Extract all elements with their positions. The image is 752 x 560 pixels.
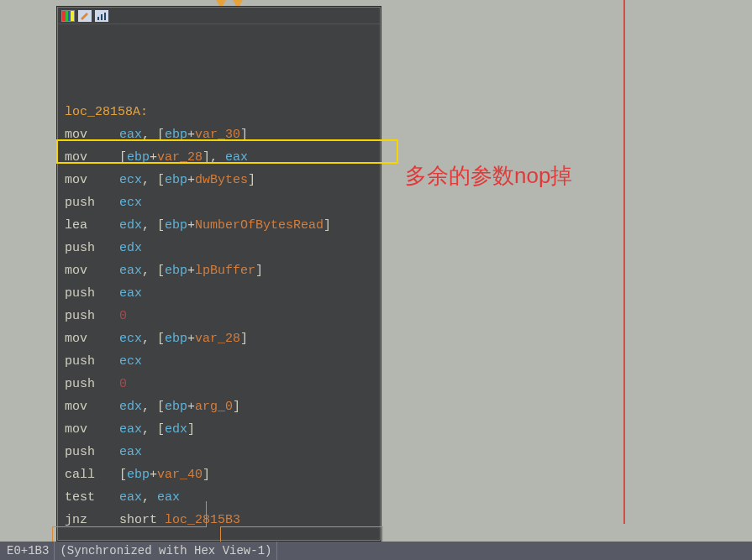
- asm-args: eax, [edx]: [119, 418, 373, 441]
- asm-op: mov: [65, 327, 119, 350]
- asm-args: ecx: [119, 350, 373, 373]
- asm-op: mov: [65, 418, 119, 441]
- disasm-body[interactable]: loc_28158A:moveax, [ebp+var_30]mov[ebp+v…: [58, 24, 380, 540]
- asm-line[interactable]: pusheax: [65, 282, 373, 305]
- asm-op: push: [65, 282, 119, 305]
- asm-args: short loc_2815B3: [119, 509, 373, 531]
- flow-edge-orange: [206, 501, 207, 526]
- flow-edge-red: [623, 0, 625, 524]
- asm-args: edx, [ebp+arg_0]: [119, 395, 373, 418]
- asm-line[interactable]: movecx, [ebp+dwBytes]: [65, 169, 373, 191]
- status-sync: (Synchronized with Hex View-1): [55, 542, 277, 560]
- asm-args: ecx, [ebp+dwBytes]: [119, 169, 373, 191]
- svg-rect-3: [68, 11, 71, 21]
- asm-args: ecx: [119, 191, 373, 214]
- asm-args: 0: [119, 305, 373, 327]
- asm-op: push: [65, 441, 119, 463]
- flow-edge-orange: [220, 526, 383, 527]
- asm-args: [ebp+var_40]: [119, 463, 373, 486]
- flow-edge-orange: [382, 526, 383, 542]
- asm-line[interactable]: moveax, [ebp+lpBuffer]: [65, 259, 373, 282]
- asm-line[interactable]: movecx, [ebp+var_28]: [65, 327, 373, 350]
- asm-line[interactable]: call[ebp+var_40]: [65, 463, 373, 486]
- asm-line[interactable]: leaedx, [ebp+NumberOfBytesRead]: [65, 214, 373, 237]
- asm-line[interactable]: mov[ebp+var_28], eax: [65, 146, 373, 169]
- disasm-node[interactable]: loc_28158A:moveax, [ebp+var_30]mov[ebp+v…: [57, 7, 381, 541]
- flow-edge-orange: [52, 526, 53, 542]
- asm-line[interactable]: pushecx: [65, 350, 373, 373]
- asm-label: loc_28158A:: [65, 101, 373, 123]
- palette-icon[interactable]: [61, 10, 75, 22]
- asm-op: call: [65, 463, 119, 486]
- asm-line[interactable]: moveax, [ebp+var_30]: [65, 123, 373, 146]
- asm-op: mov: [65, 123, 119, 146]
- asm-op: lea: [65, 214, 119, 237]
- asm-args: edx: [119, 237, 373, 259]
- asm-line[interactable]: testeax, eax: [65, 486, 373, 509]
- svg-rect-2: [66, 11, 68, 21]
- asm-args: eax, [ebp+lpBuffer]: [119, 259, 373, 282]
- asm-line[interactable]: push0: [65, 373, 373, 395]
- asm-op: push: [65, 191, 119, 214]
- canvas: loc_28158A:moveax, [ebp+var_30]mov[ebp+v…: [0, 0, 752, 560]
- asm-op: mov: [65, 259, 119, 282]
- svg-rect-8: [101, 14, 103, 20]
- asm-op: push: [65, 237, 119, 259]
- status-bar: E0+1B3 (Synchronized with Hex View-1): [0, 542, 752, 560]
- asm-line[interactable]: push0: [65, 305, 373, 327]
- annotation-text: 多余的参数nop掉: [405, 161, 572, 191]
- asm-op: push: [65, 305, 119, 327]
- asm-args: eax: [119, 282, 373, 305]
- asm-op: mov: [65, 169, 119, 191]
- svg-rect-7: [97, 17, 99, 20]
- asm-line[interactable]: moveax, [edx]: [65, 418, 373, 441]
- asm-line[interactable]: pushedx: [65, 237, 373, 259]
- asm-op: mov: [65, 146, 119, 169]
- node-titlebar: [58, 8, 380, 24]
- graph-icon[interactable]: [95, 10, 108, 22]
- asm-op: jnz: [65, 509, 119, 531]
- flow-edge-orange: [220, 526, 221, 542]
- asm-line[interactable]: movedx, [ebp+arg_0]: [65, 395, 373, 418]
- asm-args: eax: [119, 441, 373, 463]
- asm-args: eax, [ebp+var_30]: [119, 123, 373, 146]
- asm-op: mov: [65, 395, 119, 418]
- asm-args: edx, [ebp+NumberOfBytesRead]: [119, 214, 373, 237]
- status-position: E0+1B3: [2, 542, 55, 560]
- asm-op: push: [65, 373, 119, 395]
- svg-rect-1: [62, 11, 66, 21]
- asm-op: push: [65, 350, 119, 373]
- asm-args: eax, eax: [119, 486, 373, 509]
- asm-op: test: [65, 486, 119, 509]
- edit-icon[interactable]: [78, 10, 92, 22]
- flow-edge-orange: [52, 526, 207, 527]
- asm-line[interactable]: pusheax: [65, 441, 373, 463]
- asm-args: ecx, [ebp+var_28]: [119, 327, 373, 350]
- svg-rect-9: [104, 13, 106, 20]
- asm-args: 0: [119, 373, 373, 395]
- asm-line[interactable]: jnzshort loc_2815B3: [65, 509, 373, 531]
- svg-rect-4: [71, 11, 74, 21]
- asm-args: [ebp+var_28], eax: [119, 146, 373, 169]
- asm-line[interactable]: pushecx: [65, 191, 373, 214]
